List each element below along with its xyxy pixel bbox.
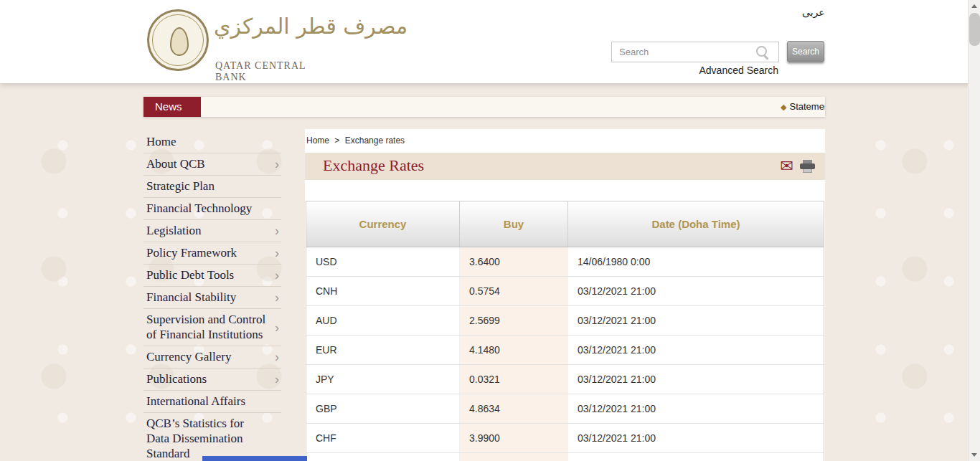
sidebar-item-legislation[interactable]: Legislation›	[143, 220, 281, 242]
table-row-usd: USD3.640014/06/1980 0:00	[306, 247, 824, 277]
news-ticker[interactable]: ◆Statements	[781, 97, 825, 117]
print-icon-paper	[803, 169, 812, 173]
cell-buy: 0.0321	[460, 365, 568, 394]
qcb-exchange-rates-page: مصرف قطر المركزي QATAR CENTRAL BANK عربى…	[0, 0, 980, 461]
sidebar-item-strategic-plan[interactable]: Strategic Plan	[143, 176, 281, 198]
chevron-right-icon: ›	[275, 350, 279, 365]
cell-buy: 4.1480	[460, 336, 568, 364]
cell-date: 03/12/2021 21:00	[568, 394, 824, 423]
chevron-right-icon: ›	[275, 320, 279, 335]
qcb-logo[interactable]: مصرف قطر المركزي QATAR CENTRAL BANK	[143, 6, 316, 77]
column-header-date-doha-time: Date (Doha Time)	[568, 201, 824, 247]
table-row-partial	[306, 453, 824, 461]
sidebar-item-about-qcb[interactable]: About QCB›	[143, 153, 281, 176]
sidebar-item-label: Currency Gallery	[146, 350, 231, 363]
qcb-emblem-icon	[147, 9, 209, 71]
scrollbar-up-arrow-icon[interactable]	[969, 0, 980, 12]
qcb-arabic-calligraphy: مصرف قطر المركزي	[214, 14, 321, 39]
print-icon[interactable]	[800, 160, 815, 174]
scrollbar-thumb[interactable]	[969, 13, 980, 46]
breadcrumb-home[interactable]: Home	[306, 136, 329, 146]
cell-buy: 0.5754	[460, 277, 568, 305]
sidebar-item-label: Supervision and Control of Financial Ins…	[146, 313, 265, 341]
table-row-gbp: GBP4.863403/12/2021 21:00	[306, 394, 824, 424]
chevron-right-icon: ›	[275, 372, 279, 387]
sidebar-item-supervision-and-control-of-financial-institutions[interactable]: Supervision and Control of Financial Ins…	[143, 309, 281, 346]
scrollbar-down-arrow-icon[interactable]	[969, 449, 980, 461]
sidebar-item-label: Financial Stability	[146, 290, 236, 304]
breadcrumb-separator: >	[334, 136, 339, 146]
sidebar-item-label: QCB’s Statistics for Data Dissemination …	[146, 417, 244, 460]
cell-date: 03/12/2021 21:00	[568, 336, 824, 364]
page-title: Exchange Rates	[323, 156, 424, 175]
sidebar-item-policy-framework[interactable]: Policy Framework›	[143, 242, 281, 265]
chevron-right-icon: ›	[275, 290, 279, 305]
sidebar-item-label: International Affairs	[146, 394, 245, 408]
table-row-cnh: CNH0.575403/12/2021 21:00	[306, 277, 824, 306]
sidebar-item-label: Financial Technology	[146, 201, 252, 215]
table-row-aud: AUD2.569903/12/2021 21:00	[306, 306, 824, 336]
breadcrumb: Home > Exchange rates	[306, 136, 405, 146]
cell-date	[568, 453, 824, 461]
chevron-right-icon: ›	[275, 268, 279, 283]
cell-buy: 3.6400	[460, 247, 568, 276]
sidebar-item-label: Home	[146, 135, 176, 148]
cell-currency: GBP	[306, 394, 460, 423]
cell-currency: CHF	[306, 424, 460, 452]
sidebar-item-international-affairs[interactable]: International Affairs	[143, 391, 281, 413]
bottom-blue-strip	[202, 456, 307, 461]
cell-currency: USD	[306, 247, 460, 276]
news-bar: News ◆Statements	[143, 97, 825, 117]
advanced-search-link[interactable]: Advanced Search	[698, 65, 778, 76]
arabic-language-link[interactable]: عربى	[802, 6, 825, 18]
news-ticker-text: Statements	[789, 101, 825, 112]
diamond-bullet-icon: ◆	[781, 103, 786, 111]
news-tab[interactable]: News	[143, 97, 201, 117]
cell-currency: JPY	[306, 365, 460, 394]
cell-date: 03/12/2021 21:00	[568, 365, 824, 394]
table-row-jpy: JPY0.032103/12/2021 21:00	[306, 365, 824, 394]
sidebar-item-home[interactable]: Home	[143, 131, 281, 153]
table-row-chf: CHF3.990003/12/2021 21:00	[306, 424, 824, 453]
sidebar-item-label: Publications	[146, 372, 207, 386]
table-row-eur: EUR4.148003/12/2021 21:00	[306, 336, 824, 365]
search-icon[interactable]	[755, 44, 771, 60]
sidebar-item-label: Policy Framework	[146, 246, 237, 260]
email-icon[interactable]: ✉	[781, 157, 793, 176]
sidebar-item-label: Legislation	[146, 224, 201, 237]
sidebar-item-financial-technology[interactable]: Financial Technology	[143, 198, 281, 220]
cell-buy: 4.8634	[460, 394, 568, 423]
sidebar-item-financial-stability[interactable]: Financial Stability›	[143, 287, 281, 309]
cell-currency	[306, 453, 460, 461]
sidebar-item-publications[interactable]: Publications›	[143, 369, 281, 391]
chevron-right-icon: ›	[275, 224, 279, 239]
sidebar-item-label: About QCB	[146, 157, 205, 171]
page-title-band: Exchange Rates ✉	[305, 153, 825, 180]
print-icon-body	[800, 163, 815, 169]
cell-date: 03/12/2021 21:00	[568, 277, 824, 305]
vertical-scrollbar[interactable]	[968, 0, 980, 461]
cell-currency: EUR	[306, 336, 460, 364]
table-header-row: CurrencyBuyDate (Doha Time)	[306, 201, 824, 247]
main-content: Home > Exchange rates Exchange Rates ✉ C…	[305, 129, 825, 461]
sidebar-item-label: Public Debt Tools	[146, 268, 234, 282]
search-input[interactable]	[611, 42, 779, 62]
cell-currency: CNH	[306, 277, 460, 305]
column-header-currency: Currency	[306, 201, 460, 247]
cell-buy: 2.5699	[460, 306, 568, 335]
sidebar-item-currency-gallery[interactable]: Currency Gallery›	[143, 346, 281, 369]
cell-date: 03/12/2021 21:00	[568, 424, 824, 452]
search-button[interactable]: Search	[787, 41, 824, 62]
cell-date: 14/06/1980 0:00	[568, 247, 824, 276]
sidebar-menu: HomeAbout QCB›Strategic PlanFinancial Te…	[143, 131, 281, 461]
site-header: مصرف قطر المركزي QATAR CENTRAL BANK عربى…	[0, 0, 980, 83]
sidebar-item-qcb-s-statistics-for-data-dissemination-standard[interactable]: QCB’s Statistics for Data Dissemination …	[143, 413, 281, 461]
breadcrumb-exchange-rates[interactable]: Exchange rates	[345, 136, 405, 146]
chevron-right-icon: ›	[275, 246, 279, 261]
sidebar-item-public-debt-tools[interactable]: Public Debt Tools›	[143, 265, 281, 287]
cell-date: 03/12/2021 21:00	[568, 306, 824, 335]
cell-buy	[460, 453, 568, 461]
chevron-right-icon: ›	[275, 157, 279, 172]
cell-buy: 3.9900	[460, 424, 568, 452]
qcb-bank-name: QATAR CENTRAL BANK	[215, 60, 316, 83]
